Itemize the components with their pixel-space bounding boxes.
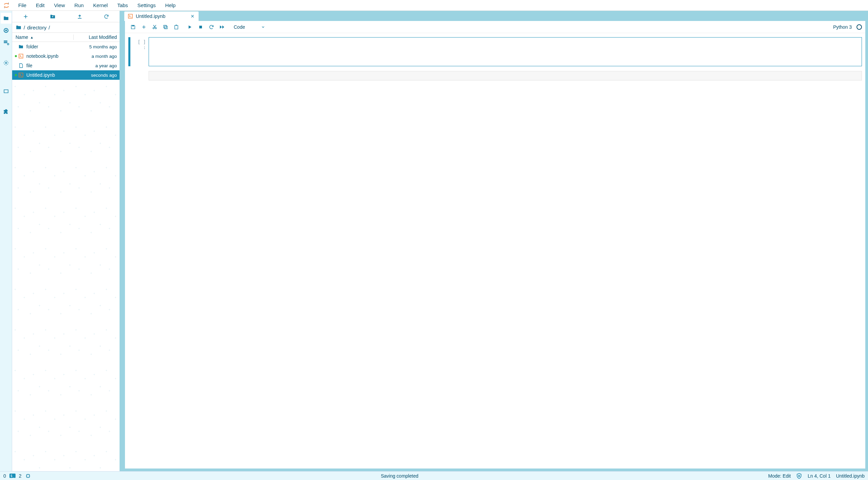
close-icon <box>190 14 195 18</box>
svg-rect-19 <box>199 26 202 28</box>
file-browser-list: folder5 months agonotebook.ipynba month … <box>12 42 120 471</box>
kernel-indicator-idle-icon[interactable] <box>857 24 862 30</box>
stop-button[interactable] <box>196 22 205 32</box>
chevron-down-icon <box>261 25 265 29</box>
svg-rect-20 <box>27 475 29 477</box>
cell-input[interactable] <box>149 71 862 80</box>
refresh-button[interactable] <box>100 13 112 21</box>
file-name: notebook.ipynb <box>26 53 76 59</box>
menu-run[interactable]: Run <box>70 1 88 9</box>
restart-run-all-button[interactable] <box>218 22 227 32</box>
menu-kernel[interactable]: Kernel <box>88 1 112 9</box>
new-folder-button[interactable] <box>46 12 59 21</box>
activity-settings[interactable] <box>1 57 11 68</box>
paste-icon <box>174 24 179 30</box>
svg-rect-4 <box>4 41 7 42</box>
column-name[interactable]: Name ▲ <box>12 34 74 40</box>
file-name: Untitled.ipynb <box>26 72 76 78</box>
svg-point-1 <box>4 7 5 8</box>
plus-icon <box>23 14 28 19</box>
chip-icon[interactable] <box>25 473 31 479</box>
status-message: Saving completed <box>35 473 764 479</box>
svg-rect-16 <box>164 26 167 29</box>
cut-button[interactable] <box>150 22 159 32</box>
svg-point-6 <box>7 43 9 45</box>
menubar: File Edit View Run Kernel Tabs Settings … <box>0 0 868 11</box>
paste-button[interactable] <box>172 22 181 32</box>
cell-prompt <box>133 71 149 80</box>
background-pattern <box>12 42 120 471</box>
new-folder-icon <box>50 14 56 20</box>
file-browser-item[interactable]: Untitled.ipynbseconds ago <box>12 70 120 80</box>
plus-icon <box>142 25 146 29</box>
notebook-toolbar: Code Python 3 <box>125 21 865 33</box>
svg-rect-3 <box>5 30 7 31</box>
restart-button[interactable] <box>207 22 216 32</box>
jupyter-logo <box>3 2 10 9</box>
tab-bar: Untitled.ipynb <box>122 11 868 21</box>
stop-icon <box>199 25 203 29</box>
run-button[interactable] <box>185 22 195 32</box>
svg-rect-17 <box>175 25 178 29</box>
extensions-icon <box>3 109 9 115</box>
trust-icon[interactable] <box>796 473 802 479</box>
running-icon <box>3 27 9 33</box>
breadcrumb-sep: / <box>49 25 50 30</box>
status-filename[interactable]: Untitled.ipynb <box>836 473 865 479</box>
restart-icon <box>209 24 214 30</box>
code-cell[interactable] <box>128 71 862 80</box>
status-terminals-count[interactable]: 0 <box>3 473 6 479</box>
file-modified: a year ago <box>76 63 117 68</box>
menu-tabs[interactable]: Tabs <box>112 1 133 9</box>
activity-property-inspector[interactable] <box>1 37 11 48</box>
kernel-name[interactable]: Python 3 <box>833 24 855 30</box>
activity-running[interactable] <box>1 25 11 36</box>
refresh-icon <box>104 14 109 19</box>
cut-icon <box>152 24 157 30</box>
tab-close-button[interactable] <box>190 14 195 19</box>
upload-button[interactable] <box>74 13 86 21</box>
tab-untitled[interactable]: Untitled.ipynb <box>124 11 199 21</box>
menu-view[interactable]: View <box>49 1 70 9</box>
breadcrumb[interactable]: / directory / <box>12 22 120 32</box>
menu-edit[interactable]: Edit <box>31 1 49 9</box>
breadcrumb-item[interactable]: directory <box>27 25 47 30</box>
file-browser-item[interactable]: notebook.ipynba month ago <box>12 51 120 61</box>
property-inspector-icon <box>3 40 9 46</box>
notebook-cells: [ ] : <box>125 33 865 469</box>
menu-help[interactable]: Help <box>160 1 180 9</box>
copy-button[interactable] <box>161 22 170 32</box>
activity-filebrowser[interactable] <box>1 13 11 24</box>
terminal-icon[interactable]: $_ <box>9 474 16 478</box>
svg-rect-15 <box>164 25 167 28</box>
menu-file[interactable]: File <box>14 1 31 9</box>
status-mode[interactable]: Mode: Edit <box>768 473 791 479</box>
menu-settings[interactable]: Settings <box>133 1 160 9</box>
breadcrumb-sep: / <box>24 25 25 30</box>
save-button[interactable] <box>128 22 138 32</box>
file-browser-item[interactable]: folder5 months ago <box>12 42 120 51</box>
notebook-icon <box>128 14 133 19</box>
new-launcher-button[interactable] <box>20 13 32 21</box>
cell-type-selector[interactable]: Code <box>231 24 268 30</box>
svg-rect-12 <box>132 25 134 26</box>
status-kernels-count[interactable]: 2 <box>19 473 22 479</box>
tab-label: Untitled.ipynb <box>136 14 187 19</box>
status-cursor[interactable]: Ln 4, Col 1 <box>808 473 831 479</box>
column-name-label: Name <box>16 34 28 40</box>
cell-input[interactable] <box>149 37 862 66</box>
code-cell[interactable]: [ ] : <box>128 37 862 66</box>
svg-rect-5 <box>4 42 7 43</box>
file-browser: / directory / Name ▲ Last Modified folde… <box>12 11 122 471</box>
fast-forward-icon <box>219 25 225 29</box>
file-browser-item[interactable]: filea year ago <box>12 61 120 70</box>
column-modified[interactable]: Last Modified <box>74 34 120 40</box>
file-name: file <box>26 63 76 68</box>
insert-cell-button[interactable] <box>139 22 149 32</box>
file-browser-header: Name ▲ Last Modified <box>12 32 120 42</box>
activity-extensions[interactable] <box>1 106 11 117</box>
activity-files-alt[interactable] <box>1 86 11 97</box>
activity-bar <box>0 11 12 471</box>
cell-active-bar <box>128 71 130 80</box>
file-modified: seconds ago <box>76 73 117 78</box>
